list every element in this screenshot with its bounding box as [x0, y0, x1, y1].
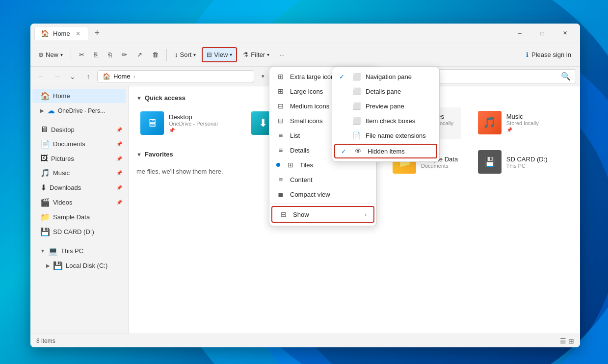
downloads-pin-icon: 📌	[116, 185, 122, 190]
sidebar-local-disk-label: Local Disk (C:)	[66, 262, 107, 269]
delete-button[interactable]: 🗑	[148, 48, 162, 61]
sidebar-item-onedrive[interactable]: ▶ ☁ OneDrive - Pers...	[32, 104, 126, 118]
filter-label: Filter	[251, 51, 265, 58]
submenu-item-item-checkboxes[interactable]: ✓ ⬜ Item check boxes	[332, 113, 439, 128]
submenu-item-details-pane[interactable]: ✓ ⬜ Details pane	[332, 84, 439, 99]
view-chevron-icon: ▾	[230, 52, 232, 57]
sign-in-button[interactable]: ℹ Please sign in	[521, 48, 576, 61]
grid-view-icon[interactable]: ⊞	[568, 337, 574, 345]
sidebar-item-downloads[interactable]: ⬇ Downloads 📌	[32, 181, 126, 195]
sidebar-home-label: Home	[53, 92, 70, 100]
paste-icon: ⎗	[108, 51, 112, 58]
minimize-button[interactable]: ─	[508, 26, 531, 41]
menu-item-show[interactable]: ⊟ Show ›	[271, 206, 374, 223]
menu-item-compact[interactable]: ≣ Compact view	[269, 187, 376, 202]
onedrive-sidebar-icon: ☁	[47, 106, 55, 115]
submenu-item-hidden-items[interactable]: ✓ 👁 Hidden items	[334, 144, 437, 158]
small-label: Small icons	[290, 117, 322, 125]
sidebar-onedrive-label: OneDrive - Pers...	[58, 107, 105, 114]
favorites-label: Favorites	[145, 151, 173, 158]
preview-pane-check: ✓	[339, 103, 347, 110]
new-button[interactable]: ⊕ New ▾	[34, 48, 67, 61]
expand-path-button[interactable]: ▾	[256, 70, 270, 83]
up-button[interactable]: ↑	[81, 70, 95, 83]
hidden-items-label: Hidden items	[368, 148, 405, 155]
new-tab-button[interactable]: +	[90, 26, 104, 40]
info-icon: ℹ	[526, 51, 529, 58]
item-checkboxes-icon: ⬜	[352, 117, 361, 125]
new-plus-icon: ⊕	[38, 51, 44, 58]
sidebar-item-this-pc[interactable]: ▼ 💻 This PC	[32, 244, 126, 258]
status-bar: 8 items ☰ ⊞	[30, 334, 580, 347]
desktop-thumb: 🖥	[140, 111, 164, 135]
share-button[interactable]: ↗	[133, 48, 146, 61]
cut-button[interactable]: ✂	[75, 48, 88, 61]
tiles-label: Tiles	[300, 161, 313, 169]
small-icon: ⊟	[276, 117, 285, 125]
menu-item-content[interactable]: ≡ Content	[269, 172, 376, 187]
submenu-item-file-extensions[interactable]: ✓ 📄 File name extensions	[332, 128, 439, 143]
videos-sidebar-icon: 🎬	[40, 198, 50, 207]
sidebar-item-local-disk[interactable]: ▶ 💾 Local Disk (C:)	[32, 259, 126, 273]
local-disk-sidebar-icon: 💾	[53, 261, 63, 270]
favorites-chevron: ▼	[136, 152, 142, 157]
filter-chevron-icon: ▾	[267, 52, 269, 57]
file-extensions-icon: 📄	[352, 131, 361, 139]
expand-button[interactable]: ⌄	[66, 70, 79, 83]
submenu-item-preview-pane[interactable]: ✓ ⬜ Preview pane	[332, 99, 439, 113]
maximize-button[interactable]: □	[531, 26, 554, 41]
details-pane-label: Details pane	[366, 88, 401, 95]
sd-card-sidebar-icon: 💾	[40, 227, 50, 236]
file-item-desktop[interactable]: 🖥 Desktop OneDrive - Personal 📌	[136, 107, 239, 139]
sidebar-item-music[interactable]: 🎵 Music 📌	[32, 166, 126, 180]
sidebar-item-desktop[interactable]: 🖥 Desktop 📌	[32, 123, 126, 136]
compact-label: Compact view	[290, 191, 330, 198]
quick-access-chevron: ▼	[136, 95, 142, 101]
this-pc-sidebar-icon: 💻	[48, 246, 58, 256]
paste-button[interactable]: ⎗	[104, 48, 116, 61]
status-view-icons: ☰ ⊞	[560, 337, 574, 345]
sidebar-item-sample-data[interactable]: 📁 Sample Data	[32, 210, 126, 224]
list-icon: ≡	[276, 131, 285, 139]
sidebar-desktop-label: Desktop	[51, 126, 75, 133]
sidebar-item-home[interactable]: 🏠 Home	[32, 89, 126, 103]
large-icon: ⊞	[276, 87, 285, 95]
desktop-sub: OneDrive - Personal	[169, 121, 218, 127]
documents-pin-icon: 📌	[116, 141, 122, 147]
this-pc-expand-icon: ▼	[40, 248, 45, 254]
copy-button[interactable]: ⎘	[90, 48, 102, 61]
music-info: Music Stored locally 📌	[506, 113, 539, 132]
close-button[interactable]: ✕	[554, 26, 576, 41]
sidebar-music-label: Music	[53, 169, 70, 177]
sidebar-item-sd-card[interactable]: 💾 SD CARD (D:)	[32, 225, 126, 239]
sign-in-label: Please sign in	[531, 51, 571, 58]
view-button[interactable]: ⊟ View ▾	[202, 47, 237, 62]
tiles-icon: ⊞	[286, 161, 295, 169]
list-view-icon[interactable]: ☰	[560, 337, 566, 345]
extra-large-icon: ⊞	[276, 73, 285, 80]
sort-button[interactable]: ↕ Sort ▾	[171, 48, 200, 61]
back-button[interactable]: ←	[34, 70, 48, 83]
file-item-sd-card[interactable]: 💾 SD CARD (D:) This PC	[474, 146, 552, 178]
items-count: 8 items	[36, 338, 55, 344]
new-chevron-icon: ▾	[60, 52, 63, 57]
show-icon: ⊟	[279, 210, 288, 218]
extra-large-label: Extra large icons	[290, 73, 338, 80]
more-button[interactable]: ···	[275, 48, 289, 61]
filter-button[interactable]: ⚗ Filter ▾	[239, 48, 273, 61]
tab-close-button[interactable]: ✕	[74, 29, 82, 37]
sidebar-item-videos[interactable]: 🎬 Videos 📌	[32, 195, 126, 209]
submenu-item-nav-pane[interactable]: ✓ ⬜ Navigation pane	[332, 69, 439, 84]
local-disk-expand-icon: ▶	[46, 263, 50, 268]
sidebar-item-pictures[interactable]: 🖼 Pictures 📌	[32, 152, 126, 165]
search-icon: 🔍	[561, 72, 571, 81]
videos-pin-icon: 📌	[116, 200, 122, 205]
tab-home[interactable]: 🏠 Home ✕	[34, 26, 88, 40]
address-pill[interactable]: 🏠 Home ›	[97, 70, 254, 82]
item-checkboxes-label: Item check boxes	[366, 117, 415, 125]
file-extensions-label: File name extensions	[366, 132, 426, 139]
forward-button[interactable]: →	[50, 70, 64, 83]
sidebar-item-documents[interactable]: 📄 Documents 📌	[32, 137, 126, 151]
file-item-music[interactable]: 🎵 Music Stored locally 📌	[474, 107, 552, 138]
rename-button[interactable]: ✏	[118, 48, 131, 61]
